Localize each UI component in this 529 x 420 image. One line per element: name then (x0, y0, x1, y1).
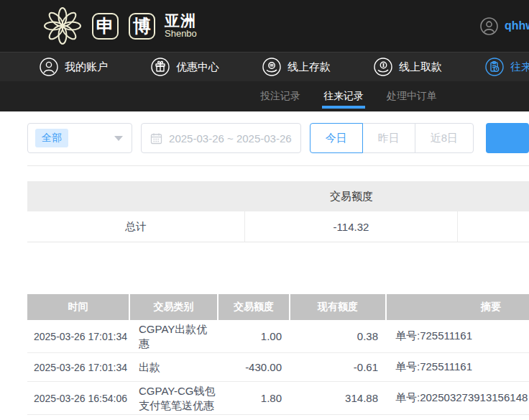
nav-label: 我的账户 (65, 60, 108, 74)
cell-time: 2025-03-26 16:54:06 (27, 393, 130, 404)
active-tab-underline (322, 106, 365, 109)
tab-betting-records[interactable]: 投注记录 (260, 81, 300, 111)
table-row: 2025-03-26 16:54:06 CGPAY支付 300.00 313.0… (27, 415, 529, 420)
col-header-note: 摘要 (387, 294, 529, 320)
top-bar: 申 博 亚洲 Shenbo qhhw (0, 0, 529, 52)
yesterday-button[interactable]: 昨日 (362, 123, 415, 153)
summary-total-value: -114.32 (245, 211, 458, 242)
nav-item-deposit[interactable]: 线上存款 (262, 58, 331, 76)
col-header-type: 交易类别 (130, 294, 218, 320)
nav-label: 线上取款 (399, 60, 442, 74)
username-label[interactable]: qhhw (505, 19, 529, 32)
table-row: 2025-03-26 17:01:34 CGPAY出款优惠 1.00 0.38 … (27, 320, 529, 353)
cell-type: CGPAY-CG钱包支付笔笔送优惠 (130, 382, 218, 414)
main-nav: 我的账户 优惠中心 线上存款 线上取款 (0, 52, 529, 81)
cell-note: 单号:725511161 (387, 329, 529, 343)
cell-balance: 0.38 (290, 330, 387, 342)
table-row: 2025-03-26 17:01:34 出款 -430.00 -0.61 单号:… (27, 353, 529, 382)
logo-char-bo: 博 (129, 13, 155, 40)
summary-table: 交易额度 总计 -114.32 (27, 181, 529, 242)
filter-bar: 全部 2025-03-26 ~ 2025-03-26 今日 昨日 近8日 (27, 123, 529, 153)
table-row: 2025-03-26 16:54:06 CGPAY-CG钱包支付笔笔送优惠 1.… (27, 382, 529, 415)
cell-note: 单号:202503273913156148 (387, 391, 529, 405)
nav-item-promotions[interactable]: 优惠中心 (151, 58, 219, 76)
tab-transaction-records[interactable]: 往来记录 (323, 81, 364, 111)
logo-char-shen: 申 (92, 13, 119, 40)
today-button[interactable]: 今日 (310, 123, 363, 153)
nav-item-my-account[interactable]: 我的账户 (40, 58, 108, 76)
avatar-icon (480, 17, 498, 35)
cell-balance: -0.61 (290, 361, 387, 373)
records-icon (485, 58, 504, 76)
cell-time: 2025-03-26 17:01:34 (27, 331, 130, 342)
nav-item-transactions[interactable]: 往来记录 (485, 58, 529, 76)
nav-label: 线上存款 (288, 60, 331, 74)
cell-amount: 1.00 (218, 330, 290, 342)
cell-amount: 1.80 (218, 392, 290, 404)
cell-balance: 314.88 (290, 392, 387, 404)
nav-label: 优惠中心 (176, 60, 219, 74)
tab-label: 处理中订单 (387, 90, 437, 103)
nav-item-withdraw[interactable]: 线上取款 (374, 58, 442, 76)
summary-header-amount: 交易额度 (245, 190, 458, 204)
lotus-flower-icon (43, 6, 82, 45)
record-tabs: 投注记录 往来记录 处理中订单 (0, 81, 529, 111)
last-8-days-button[interactable]: 近8日 (415, 123, 474, 153)
type-select-value[interactable]: 全部 (35, 129, 68, 147)
summary-header-row: 交易额度 (27, 181, 529, 211)
withdraw-icon (374, 58, 392, 76)
cell-note: 单号:725511161 (387, 360, 529, 374)
calendar-icon (150, 132, 162, 145)
col-header-balance: 现有额度 (290, 294, 387, 320)
summary-total-label: 总计 (27, 211, 245, 242)
records-header-row: 时间 交易类别 交易额度 现有额度 摘要 (27, 294, 529, 320)
deposit-icon (262, 58, 281, 76)
cell-type: 出款 (130, 358, 218, 377)
gift-icon (151, 58, 170, 76)
quick-date-buttons: 今日 昨日 近8日 (310, 123, 474, 153)
tab-pending-orders[interactable]: 处理中订单 (387, 81, 437, 111)
user-icon (40, 58, 58, 76)
site-logo[interactable]: 申 博 亚洲 Shenbo (43, 6, 197, 45)
type-select[interactable]: 全部 (27, 123, 132, 153)
cell-amount: -430.00 (218, 361, 290, 373)
date-range-input[interactable]: 2025-03-26 ~ 2025-03-26 (141, 123, 301, 153)
nav-label: 往来记录 (510, 60, 529, 74)
chevron-down-icon (114, 136, 123, 141)
records-table: 时间 交易类别 交易额度 现有额度 摘要 2025-03-26 17:01:34… (27, 294, 529, 420)
col-header-amount: 交易额度 (218, 294, 290, 320)
cell-time: 2025-03-26 17:01:34 (27, 362, 130, 373)
tab-label: 投注记录 (260, 90, 300, 103)
summary-total-row: 总计 -114.32 (27, 211, 529, 242)
section-divider (27, 165, 529, 166)
date-range-value: 2025-03-26 ~ 2025-03-26 (169, 132, 292, 145)
logo-latin-label: Shenbo (165, 29, 197, 39)
search-button[interactable] (486, 123, 529, 153)
logo-text-stack: 亚洲 Shenbo (165, 13, 197, 39)
col-header-time: 时间 (27, 294, 130, 320)
user-area[interactable]: qhhw (480, 0, 529, 52)
tab-label: 往来记录 (323, 90, 364, 103)
logo-region-label: 亚洲 (165, 13, 197, 29)
cell-type: CGPAY出款优惠 (130, 320, 218, 352)
summary-empty-cell (458, 211, 529, 242)
